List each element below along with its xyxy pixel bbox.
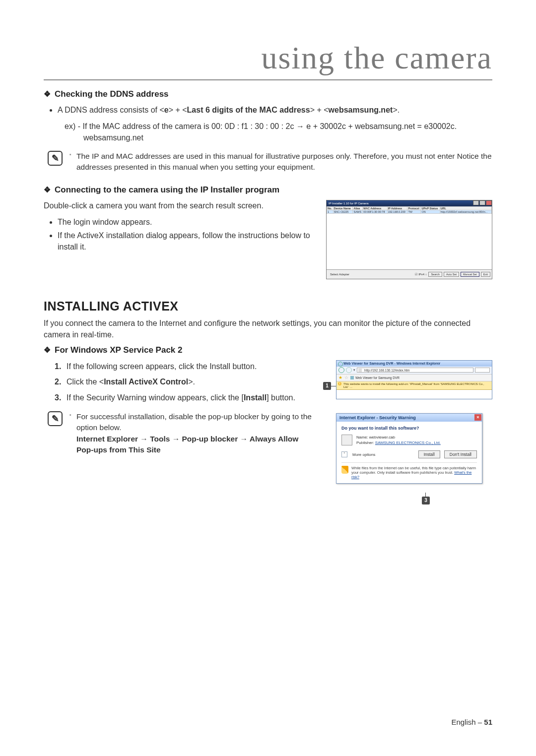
install-steps: 1.If the following screen appears, click… <box>55 360 314 404</box>
text: websamsung.net <box>83 132 492 143</box>
note-text: The IP and MAC addresses are used in thi… <box>69 151 492 173</box>
activex-infobar[interactable]: This website wants to install the follow… <box>336 381 492 390</box>
td: SNC-C6225 <box>333 210 353 213</box>
label: Select Adapter <box>330 273 349 276</box>
address-bar[interactable]: http://192.168.130.12/index.htm <box>357 368 473 373</box>
note-text: For successful installation, disable the… <box>69 411 314 456</box>
th: Alias <box>353 206 363 210</box>
step: 2.Click the <Install ActiveX Control>. <box>55 376 314 388</box>
note-ddns: ✎ The IP and MAC addresses are used in t… <box>48 151 492 173</box>
ddns-bullet-1: A DDNS address consists of <e> + <Last 6… <box>58 104 492 116</box>
auto-set-button[interactable]: Auto Set <box>444 272 459 277</box>
step: 1.If the following screen appears, click… <box>55 360 314 373</box>
td: 1 <box>327 210 334 213</box>
back-icon[interactable] <box>338 367 344 373</box>
install-intro: If you connect the camera to the Interne… <box>44 317 492 340</box>
radio-ipv4[interactable]: ☑ IPv4 ○ <box>415 272 427 276</box>
text: If the following screen appears, click t… <box>67 360 257 373</box>
td: SAMS <box>353 210 363 213</box>
bullet: The login window appears. <box>58 216 314 228</box>
dont-install-button[interactable]: Don't Install <box>444 450 477 458</box>
more-options-toggle[interactable]: ˅ <box>341 451 347 457</box>
callout-1: 1 <box>323 382 331 390</box>
dialog-warning: While files from the Internet can be use… <box>341 462 477 479</box>
dialog-title: Internet Explorer - Security Warning <box>339 414 416 422</box>
dialog-meta: Name: webviewer.cab Publisher: SAMSUNG E… <box>356 435 441 445</box>
dialog-question: Do you want to install this software? <box>341 426 477 431</box>
heading-installing-activex: INSTALLING ACTIVEX <box>44 299 492 314</box>
label: Publisher: <box>356 441 374 445</box>
more-options-label[interactable]: More options <box>352 452 375 457</box>
publisher-link[interactable]: SAMSUNG ELECTRONICS Co., Ltd. <box>375 441 441 445</box>
window-title: Web Viewer for Samsung DVR - Windows Int… <box>336 361 492 367</box>
text: ] button. <box>267 393 295 402</box>
td: 192.168.0.200 <box>387 210 407 213</box>
table-row[interactable]: 1 SNC-C6225 SAMS 00:00F1:30:00:78 192.16… <box>327 210 492 213</box>
page-icon <box>350 376 354 379</box>
td: ON <box>421 210 440 213</box>
note-icon: ✎ <box>48 151 63 166</box>
text: ex) - If the MAC address of the camera i… <box>65 121 492 132</box>
text: For successful installation, disable the… <box>76 412 312 432</box>
callout-3: 3 <box>422 497 430 504</box>
note-icon: ✎ <box>48 411 63 426</box>
td: TW <box>407 210 421 213</box>
note-popup: ✎ For successful installation, disable t… <box>48 411 314 456</box>
figure-security-warning: Internet Explorer - Security Warning × D… <box>336 413 482 484</box>
install-button[interactable]: Install <box>418 450 440 458</box>
installer-icon <box>341 435 352 445</box>
minimize-icon[interactable] <box>473 200 479 205</box>
label: Name: <box>356 435 368 440</box>
th: MAC Address <box>363 206 387 210</box>
ip-table: No. Device Name Alias MAC Address IP Add… <box>327 206 492 214</box>
connect-para: Double-click a camera you want from the … <box>44 200 314 211</box>
text-bold: Internet Explorer → Tools → Pop-up block… <box>76 435 298 454</box>
th: IP Address <box>387 206 407 210</box>
page-footer: English – 51 <box>451 718 492 726</box>
favorites-icon[interactable]: ★ <box>338 375 342 380</box>
connect-bullets: The login window appears. If the ActiveX… <box>58 216 314 253</box>
bullet: If the ActiveX installation dialog appea… <box>58 230 314 252</box>
heading-connect: Connecting to the camera using the IP In… <box>44 185 492 195</box>
text-bold: e <box>164 106 169 114</box>
text: > + < <box>169 106 187 114</box>
browser-tab[interactable]: Web Viewer for Samsung DVR <box>350 376 400 379</box>
th: Device Name <box>333 206 353 210</box>
search-button[interactable]: Search <box>428 272 442 277</box>
text-bold: Install ActiveX Control <box>104 378 188 386</box>
manual-set-button[interactable]: Manual Set <box>461 272 479 277</box>
add-favorite-icon[interactable]: ☆ <box>344 375 348 380</box>
th: Protocol <box>407 206 421 210</box>
callout-line <box>425 493 426 498</box>
th: URL <box>440 206 491 210</box>
exit-button[interactable]: Exit <box>481 272 490 277</box>
text: A DDNS address consists of < <box>58 106 164 114</box>
footer-lang: English – <box>451 718 482 726</box>
th: No. <box>327 206 334 210</box>
tab-label: Web Viewer for Samsung DVR <box>355 376 400 379</box>
heading-winxp-sp2: For Windows XP Service Pack 2 <box>44 345 492 355</box>
maximize-icon[interactable] <box>479 200 485 205</box>
forward-icon[interactable] <box>346 367 352 373</box>
text: >. <box>393 106 400 114</box>
step: 3.If the Security Warning window appears… <box>55 391 314 404</box>
heading-ddns: Checking the DDNS address <box>44 89 492 99</box>
text-bold: Last 6 digits of the MAC address <box>187 106 310 114</box>
value: webviewer.cab <box>369 435 395 440</box>
th: UPnP Status <box>421 206 440 210</box>
footer-page-number: 51 <box>484 718 492 726</box>
text-bold: Install <box>244 393 267 402</box>
figure-ip-installer: IP Installer 1.10 for IP Camera No. Devi… <box>326 200 492 279</box>
search-input[interactable] <box>475 368 490 373</box>
ddns-bullets: A DDNS address consists of <e> + <Last 6… <box>58 104 492 116</box>
text: > + < <box>310 106 329 114</box>
close-icon[interactable] <box>486 200 492 205</box>
text: If the Security Warning window appears, … <box>67 393 244 402</box>
text-bold: websamsung.net <box>329 106 393 114</box>
shield-icon <box>341 466 348 474</box>
text: >. <box>188 378 195 386</box>
td: http://19302cf.websamsung.net:80/in... <box>440 210 491 213</box>
figure-ie-window: Web Viewer for Samsung DVR - Windows Int… <box>336 360 492 399</box>
close-icon[interactable]: × <box>474 414 481 421</box>
window-title: IP Installer 1.10 for IP Camera <box>329 200 368 206</box>
